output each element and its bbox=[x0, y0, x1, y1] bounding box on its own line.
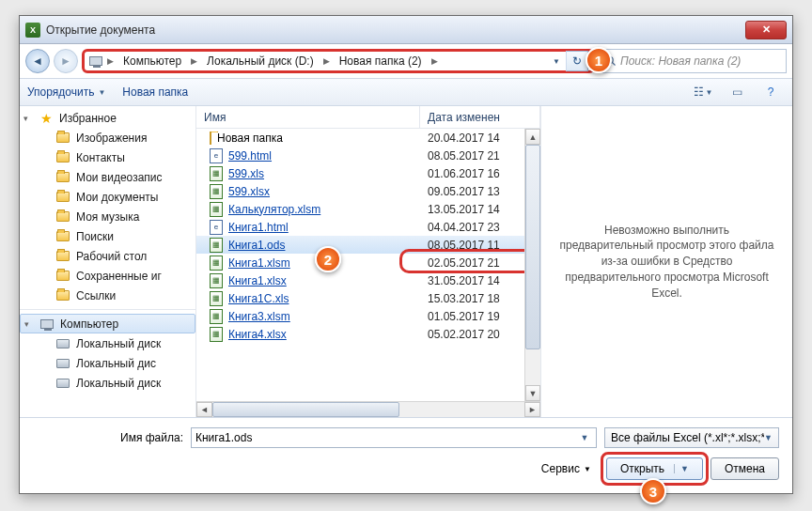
filename-value: Книга1.ods bbox=[195, 431, 252, 444]
chevron-right-icon[interactable]: ▶ bbox=[321, 56, 332, 66]
nav-item[interactable]: Поиски bbox=[20, 226, 195, 246]
scroll-down-icon[interactable]: ▼ bbox=[525, 385, 540, 401]
file-name: Книга1.xlsx bbox=[228, 274, 287, 287]
breadcrumb-segment[interactable]: Новая папка (2) bbox=[334, 53, 428, 70]
file-date: 08.05.2017 11 bbox=[420, 239, 524, 252]
nav-item-label: Мои документы bbox=[76, 191, 158, 204]
file-row[interactable]: Новая папка20.04.2017 14 bbox=[196, 129, 524, 147]
folder-icon bbox=[55, 190, 70, 205]
nav-item[interactable]: Контакты bbox=[20, 147, 195, 167]
file-row[interactable]: ▦Книга1.xlsx31.05.2017 14 bbox=[196, 271, 524, 289]
breadcrumb-segment[interactable]: Компьютер bbox=[117, 53, 187, 70]
navigation-pane[interactable]: ▾★Избранное ИзображенияКонтактыМои видео… bbox=[20, 106, 196, 417]
nav-item[interactable]: Мои видеозапис bbox=[20, 167, 195, 187]
file-row[interactable]: ▦Книга4.xlsx05.02.2017 20 bbox=[196, 325, 524, 343]
filename-input[interactable]: Книга1.ods ▼ bbox=[191, 427, 597, 448]
nav-item[interactable]: Изображения bbox=[20, 128, 195, 147]
open-file-dialog: X Открытие документа ✕ ◄ ► ▶ Компьютер ▶… bbox=[19, 15, 793, 494]
nav-item-label: Рабочий стол bbox=[76, 250, 147, 263]
column-header-date[interactable]: Дата изменен bbox=[420, 106, 540, 128]
column-header-row: Имя Дата изменен bbox=[196, 106, 540, 129]
column-header-name[interactable]: Имя bbox=[196, 106, 420, 128]
scroll-left-icon[interactable]: ◄ bbox=[196, 402, 212, 417]
nav-computer[interactable]: ▾Компьютер bbox=[20, 314, 195, 333]
scroll-thumb[interactable] bbox=[212, 402, 399, 417]
file-date: 04.04.2017 23 bbox=[420, 221, 524, 234]
chevron-right-icon[interactable]: ▶ bbox=[105, 56, 116, 66]
address-bar[interactable]: ▶ Компьютер ▶ Локальный диск (D:) ▶ Нова… bbox=[82, 49, 595, 73]
folder-icon bbox=[55, 249, 70, 264]
nav-item-label: Моя музыка bbox=[76, 210, 139, 224]
search-input[interactable]: Поиск: Новая папка (2) bbox=[599, 49, 787, 73]
vertical-scrollbar[interactable]: ▲ ▼ bbox=[524, 129, 540, 401]
collapse-icon[interactable]: ▾ bbox=[24, 319, 29, 329]
xls-file-icon: ▦ bbox=[210, 273, 223, 288]
file-row[interactable]: eКнига1.html04.04.2017 23 bbox=[196, 218, 524, 236]
nav-item[interactable]: Рабочий стол bbox=[20, 246, 195, 266]
nav-drive[interactable]: Локальный диск bbox=[20, 373, 195, 393]
horizontal-scrollbar[interactable]: ◄ ► bbox=[196, 401, 540, 417]
search-placeholder: Поиск: Новая папка (2) bbox=[620, 54, 741, 68]
organize-button[interactable]: Упорядочить▼ bbox=[27, 85, 105, 99]
preview-pane-button[interactable]: ▭ bbox=[723, 82, 751, 102]
xls-file-icon: ▦ bbox=[210, 291, 223, 306]
file-row[interactable]: ▦Книга1.ods08.05.2017 11 bbox=[196, 236, 524, 254]
nav-item[interactable]: Сохраненные иг bbox=[20, 266, 195, 286]
view-options-button[interactable]: ☷ ▼ bbox=[689, 82, 717, 102]
nav-favorites[interactable]: ▾★Избранное bbox=[20, 108, 195, 128]
chevron-right-icon[interactable]: ▶ bbox=[189, 56, 199, 66]
file-name: 599.xls bbox=[228, 167, 264, 180]
drive-icon bbox=[55, 336, 70, 351]
file-rows[interactable]: 2 Новая папка20.04.2017 14e599.html08.05… bbox=[196, 129, 524, 401]
scroll-right-icon[interactable]: ► bbox=[524, 402, 540, 417]
nav-item[interactable]: Ссылки bbox=[20, 286, 195, 305]
drive-icon bbox=[55, 376, 70, 391]
xls-file-icon: ▦ bbox=[210, 309, 223, 324]
scroll-up-icon[interactable]: ▲ bbox=[525, 129, 540, 145]
nav-item[interactable]: Моя музыка bbox=[20, 207, 195, 226]
close-button[interactable]: ✕ bbox=[745, 21, 787, 39]
breadcrumb-segment[interactable]: Локальный диск (D:) bbox=[201, 53, 320, 70]
chevron-down-icon: ▼ bbox=[98, 88, 105, 97]
file-row[interactable]: e599.html08.05.2017 21 bbox=[196, 147, 524, 164]
file-name: Книга1.html bbox=[228, 221, 289, 234]
chevron-down-icon[interactable]: ▼ bbox=[764, 433, 773, 442]
file-name: Новая папка bbox=[217, 132, 283, 145]
nav-item-label: Локальный дис bbox=[76, 357, 156, 370]
file-name: Книга3.xlsm bbox=[228, 310, 290, 323]
titlebar: X Открытие документа ✕ bbox=[20, 16, 792, 44]
file-name: 599.html bbox=[228, 149, 272, 163]
file-date: 05.02.2017 20 bbox=[420, 328, 524, 341]
nav-drive[interactable]: Локальный диск bbox=[20, 333, 195, 353]
scroll-thumb[interactable] bbox=[525, 145, 540, 349]
help-button[interactable]: ? bbox=[757, 82, 785, 102]
cancel-button[interactable]: Отмена bbox=[710, 457, 779, 480]
folder-icon bbox=[55, 170, 70, 185]
file-row[interactable]: ▦Книга1C.xls15.03.2017 18 bbox=[196, 289, 524, 307]
file-row[interactable]: ▦599.xls01.06.2017 16 bbox=[196, 164, 524, 182]
chevron-right-icon[interactable]: ▶ bbox=[429, 56, 440, 66]
chevron-down-icon[interactable]: ▼ bbox=[577, 433, 592, 442]
back-button[interactable]: ◄ bbox=[25, 49, 50, 73]
file-row[interactable]: ▦Книга3.xlsm01.05.2017 19 bbox=[196, 307, 524, 325]
file-name: Книга1.xlsm bbox=[228, 256, 290, 270]
tools-button[interactable]: Сервис▼ bbox=[541, 462, 591, 475]
nav-item[interactable]: Мои документы bbox=[20, 187, 195, 207]
file-row[interactable]: ▦Калькулятор.xlsm13.05.2017 14 bbox=[196, 200, 524, 218]
file-row[interactable]: ▦599.xlsx09.05.2017 13 bbox=[196, 182, 524, 200]
file-date: 01.06.2017 16 bbox=[420, 167, 524, 180]
file-type-filter[interactable]: Все файлы Excel (*.xl*;*.xlsx;*.xl ▼ bbox=[604, 427, 779, 448]
chevron-down-icon[interactable]: ▼ bbox=[674, 464, 689, 473]
address-dropdown-icon[interactable]: ▼ bbox=[549, 57, 564, 66]
forward-button[interactable]: ► bbox=[54, 49, 78, 73]
file-date: 13.05.2017 14 bbox=[420, 203, 524, 216]
collapse-icon[interactable]: ▾ bbox=[23, 114, 28, 123]
nav-item-label: Контакты bbox=[76, 151, 125, 164]
folder-icon bbox=[55, 229, 70, 244]
open-button[interactable]: Открыть▼ bbox=[606, 457, 703, 480]
svg-line-1 bbox=[613, 63, 616, 66]
xls-file-icon: ▦ bbox=[210, 327, 223, 342]
file-row[interactable]: ▦Книга1.xlsm02.05.2017 21 bbox=[196, 254, 524, 271]
nav-drive[interactable]: Локальный дис bbox=[20, 353, 195, 373]
new-folder-button[interactable]: Новая папка bbox=[122, 85, 188, 99]
